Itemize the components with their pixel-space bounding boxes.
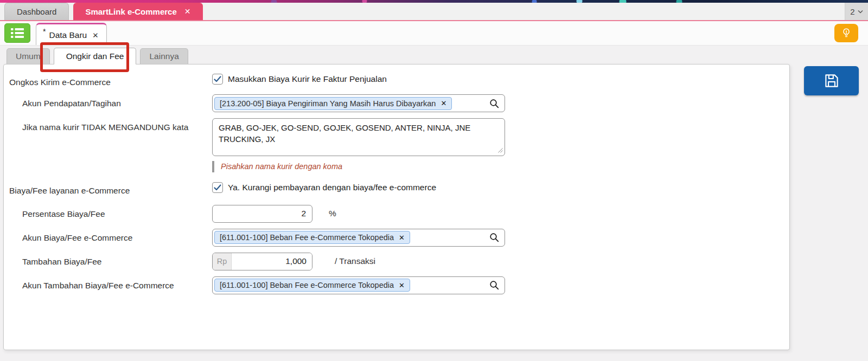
form-row-tambahan: Tambahan Biaya/Fee Rp / Transaksi: [4, 253, 789, 270]
search-icon: [489, 280, 499, 290]
save-floppy-icon: [822, 72, 841, 90]
checkbox-label: Masukkan Biaya Kurir ke Faktur Penjualan: [228, 74, 387, 84]
resize-grip-icon[interactable]: [498, 148, 503, 153]
search-icon: [489, 99, 499, 108]
remove-tag-icon[interactable]: ✕: [399, 234, 405, 242]
tab-smartlink[interactable]: SmartLink e-Commerce ✕: [73, 3, 202, 20]
account-tag[interactable]: [611.001-100] Beban Fee e-Commerce Tokop…: [214, 231, 410, 244]
tab-lainnya[interactable]: Lainnya: [140, 48, 188, 64]
lightbulb-icon: [840, 27, 852, 40]
per-transaksi-suffix: / Transaksi: [335, 256, 375, 266]
akun-tambahan-field[interactable]: [611.001-100] Beban Fee e-Commerce Tokop…: [212, 276, 505, 294]
close-icon[interactable]: ✕: [184, 7, 191, 16]
doc-tab-label: Data Baru: [49, 30, 87, 40]
form-row-biaya-fee: Biaya/Fee layanan e-Commerce Ya. Kurangi…: [4, 182, 789, 197]
checkbox-masukkan-biaya-kurir[interactable]: [212, 74, 223, 85]
field-label: Akun Biaya/Fee e-Commerce: [4, 229, 212, 244]
page-area: Umum Ongkir dan Fee Lainnya Ongkos Kirim…: [0, 46, 868, 361]
account-lookup-button[interactable]: [489, 99, 499, 108]
remove-tag-icon[interactable]: ✕: [441, 99, 446, 107]
list-icon: [11, 28, 24, 38]
account-tag[interactable]: [611.001-100] Beban Fee e-Commerce Tokop…: [214, 279, 410, 292]
form-row-akun-pendapatan: Akun Pendapatan/Tagihan [213.200-05] Bia…: [4, 94, 789, 112]
percent-suffix: %: [329, 209, 336, 218]
tab-counter-value: 2: [850, 7, 854, 16]
field-label: Akun Pendapatan/Tagihan: [4, 94, 212, 109]
hint-button[interactable]: [834, 24, 858, 42]
list-menu-button[interactable]: [4, 23, 30, 43]
field-label: Persentase Biaya/Fee: [4, 205, 212, 220]
account-lookup-button[interactable]: [489, 233, 499, 242]
tab-smartlink-label: SmartLink e-Commerce: [85, 7, 176, 16]
tab-umum[interactable]: Umum: [7, 48, 50, 64]
tab-lainnya-label: Lainnya: [149, 51, 178, 61]
field-label: Akun Tambahan Biaya/Fee e-Commerce: [4, 276, 212, 292]
akun-pendapatan-field[interactable]: [213.200-05] Biaya Pengiriman Yang Masih…: [212, 94, 505, 112]
section-label: Biaya/Fee layanan e-Commerce: [4, 182, 212, 197]
section-label: Ongkos Kirim e-Commerce: [4, 73, 212, 88]
account-tag-label: [611.001-100] Beban Fee e-Commerce Tokop…: [220, 281, 394, 289]
tab-dashboard-label: Dashboard: [17, 7, 56, 16]
checkbox-kurangi-pembayaran[interactable]: [212, 182, 223, 193]
tab-ongkir-label: Ongkir dan Fee: [66, 51, 124, 61]
field-label: Jika nama kurir TIDAK MENGANDUNG kata: [4, 118, 212, 133]
kurir-textarea[interactable]: GRAB, GO-JEK, GO-SEND, GOJEK, GOSEND, AN…: [212, 118, 505, 156]
tambahan-money-field: Rp: [212, 253, 312, 270]
field-label: Tambahan Biaya/Fee: [4, 253, 212, 268]
checkmark-icon: [214, 76, 221, 82]
form-row-hint: Pisahkan nama kurir dengan koma: [4, 160, 789, 172]
app-window: Dashboard SmartLink e-Commerce ✕ 2 * Dat…: [0, 0, 868, 361]
settings-tab-strip: Umum Ongkir dan Fee Lainnya: [7, 48, 192, 64]
akun-biaya-field[interactable]: [611.001-100] Beban Fee e-Commerce Tokop…: [212, 229, 505, 247]
top-tab-bar: Dashboard SmartLink e-Commerce ✕ 2: [0, 3, 868, 21]
form-row-kurir: Jika nama kurir TIDAK MENGANDUNG kata GR…: [4, 118, 789, 156]
checkmark-icon: [214, 184, 221, 191]
unsaved-marker: *: [43, 27, 46, 36]
close-icon[interactable]: ✕: [92, 31, 98, 40]
tab-dashboard[interactable]: Dashboard: [4, 3, 69, 20]
form-row-akun-biaya: Akun Biaya/Fee e-Commerce [611.001-100] …: [4, 229, 789, 247]
kurir-hint-text: Pisahkan nama kurir dengan koma: [212, 161, 342, 172]
form-row-persentase: Persentase Biaya/Fee %: [4, 205, 789, 223]
tab-ongkir-dan-fee[interactable]: Ongkir dan Fee: [54, 48, 137, 65]
form-row-akun-tambahan: Akun Tambahan Biaya/Fee e-Commerce [611.…: [4, 276, 789, 294]
tab-counter-dropdown[interactable]: 2: [845, 3, 868, 20]
form-row-ongkos-kirim: Ongkos Kirim e-Commerce Masukkan Biaya K…: [4, 73, 789, 88]
chevron-down-icon: [858, 10, 863, 14]
save-button[interactable]: [804, 66, 859, 95]
doc-tab-data-baru[interactable]: * Data Baru ✕: [36, 23, 107, 45]
account-tag-label: [213.200-05] Biaya Pengiriman Yang Masih…: [220, 99, 436, 108]
search-icon: [489, 233, 499, 242]
tab-umum-label: Umum: [16, 51, 41, 61]
persentase-input[interactable]: [212, 205, 312, 223]
account-tag-label: [611.001-100] Beban Fee e-Commerce Tokop…: [220, 233, 394, 242]
currency-prefix: Rp: [213, 253, 232, 270]
settings-panel: Ongkos Kirim e-Commerce Masukkan Biaya K…: [3, 64, 790, 350]
account-lookup-button[interactable]: [489, 280, 499, 290]
tambahan-input[interactable]: [232, 253, 312, 270]
document-toolbar: * Data Baru ✕: [0, 21, 868, 46]
checkbox-label: Ya. Kurangi pembayaran dengan biaya/fee …: [228, 183, 436, 192]
remove-tag-icon[interactable]: ✕: [399, 281, 405, 289]
account-tag[interactable]: [213.200-05] Biaya Pengiriman Yang Masih…: [214, 97, 452, 110]
